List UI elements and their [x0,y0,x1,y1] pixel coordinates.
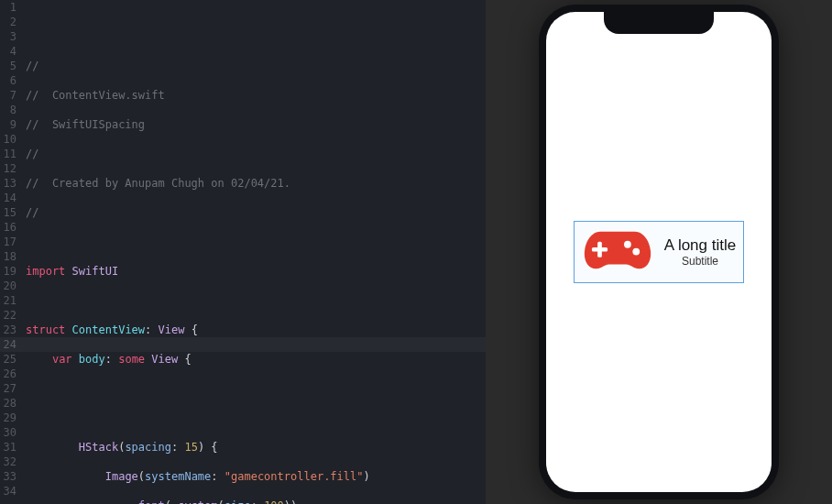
some-keyword: some [118,353,145,366]
comment: // [26,60,38,72]
image-call: Image [105,470,138,483]
import-keyword: import [26,265,65,278]
preview-text-stack: A long title Subtitle [664,236,736,268]
protocol: View [151,353,178,366]
number: 100 [264,499,284,504]
preview-selection[interactable]: A long title Subtitle [574,221,744,283]
comment: // Created by Anupam Chugh on 02/04/21. [26,177,290,190]
comment: // ContentView.swift [26,89,165,102]
svg-point-3 [632,248,640,256]
phone-frame: A long title Subtitle [539,5,779,499]
code-editor[interactable]: 1234567891011121314151617181920212223242… [0,0,486,504]
code-area[interactable]: // // ContentView.swift // SwiftUISpacin… [20,0,486,504]
protocol: View [159,323,185,336]
param-label: systemName [145,470,211,483]
number: 15 [184,441,197,454]
comment: // [26,148,38,160]
struct-keyword: struct [26,323,65,336]
phone-notch [604,12,714,34]
type-name: ContentView [72,323,145,336]
comment: // [26,206,38,219]
preview-subtitle: Subtitle [664,255,736,268]
svg-point-2 [624,241,631,248]
module-name: SwiftUI [72,265,119,278]
gamecontroller-fill-icon [582,227,653,277]
line-gutter: 1234567891011121314151617181920212223242… [0,0,20,504]
param-label: spacing [125,441,171,454]
method: font [138,499,165,504]
preview-canvas[interactable]: A long title Subtitle [486,0,832,504]
svg-rect-1 [592,247,608,252]
body-property: body [79,353,105,366]
preview-title: A long title [664,236,736,255]
comment: // SwiftUISpacing [26,118,145,131]
string: "gamecontroller.fill" [224,470,364,483]
phone-screen: A long title Subtitle [546,12,772,492]
enum: .system [171,499,218,504]
hstack-call: HStack [79,441,118,454]
var-keyword: var [52,353,72,366]
param-label: size [224,499,251,504]
